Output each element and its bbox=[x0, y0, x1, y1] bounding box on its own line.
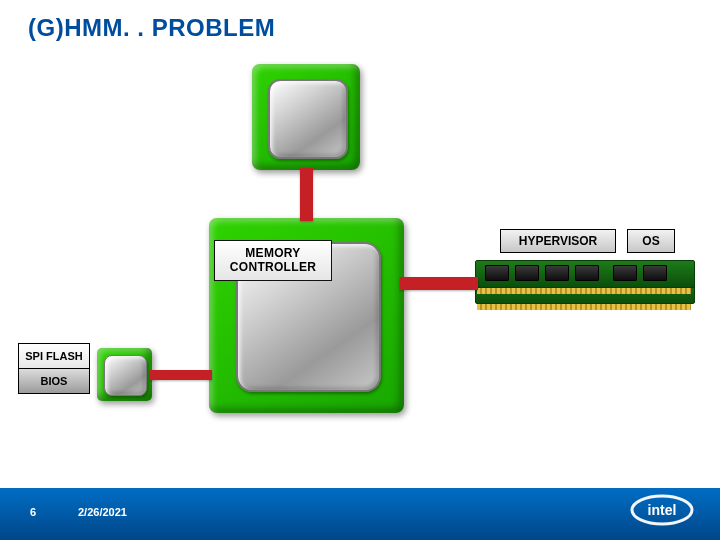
ram-modules bbox=[475, 254, 693, 310]
processor-small-die bbox=[268, 79, 348, 159]
spi-flash-label: SPI FLASH bbox=[18, 343, 90, 369]
hypervisor-label: HYPERVISOR bbox=[500, 229, 616, 253]
dram-chip bbox=[545, 265, 569, 281]
bus-cpu-to-chipset bbox=[300, 168, 313, 221]
spi-flash-label-block: SPI FLASH BIOS bbox=[18, 343, 90, 394]
intel-logo: intel bbox=[630, 490, 694, 534]
dram-chip bbox=[575, 265, 599, 281]
memory-controller-label-line2: CONTROLLER bbox=[219, 260, 327, 274]
dram-chip bbox=[485, 265, 509, 281]
bios-label: BIOS bbox=[18, 368, 90, 394]
ram-contacts bbox=[477, 304, 691, 310]
slide-title: (G)HMM. . PROBLEM bbox=[28, 14, 275, 42]
bus-chipset-to-ram bbox=[400, 277, 478, 290]
dram-chip bbox=[515, 265, 539, 281]
dram-chip bbox=[613, 265, 637, 281]
spi-flash-die bbox=[104, 355, 147, 396]
memory-controller-label: MEMORY CONTROLLER bbox=[214, 240, 332, 281]
ram-contacts bbox=[477, 288, 691, 294]
slide-number: 6 bbox=[30, 506, 36, 518]
os-label: OS bbox=[627, 229, 675, 253]
memory-controller-label-line1: MEMORY bbox=[219, 246, 327, 260]
dram-chip bbox=[643, 265, 667, 281]
intel-logo-text: intel bbox=[648, 502, 677, 518]
bus-spi-to-chipset bbox=[150, 370, 212, 380]
ram-module-front bbox=[475, 260, 693, 294]
slide-date: 2/26/2021 bbox=[78, 506, 127, 518]
